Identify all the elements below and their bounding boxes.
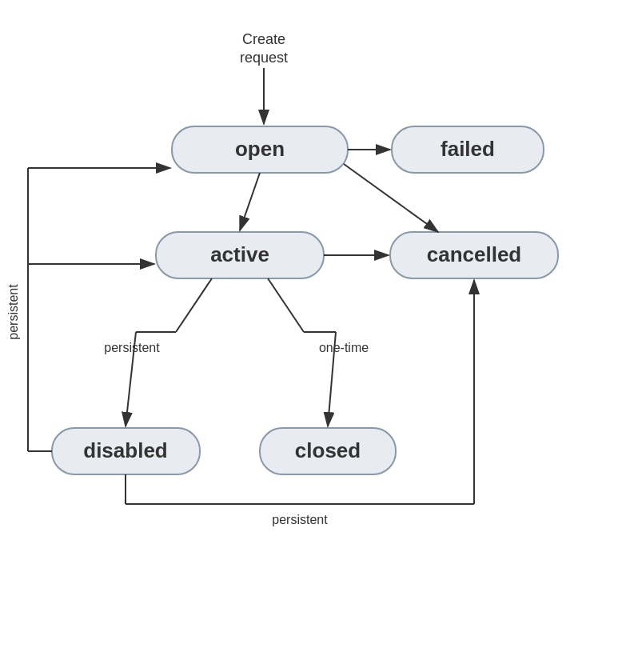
persistent-active-label: persistent bbox=[104, 341, 160, 354]
state-cancelled-label: cancelled bbox=[427, 242, 522, 266]
fork-left bbox=[176, 278, 212, 332]
fork-right bbox=[268, 278, 304, 332]
state-closed-label: closed bbox=[295, 438, 361, 462]
arrow-open-to-active bbox=[240, 173, 260, 230]
state-failed-label: failed bbox=[441, 137, 495, 161]
persistent-left-label: persistent bbox=[6, 284, 20, 340]
arrow-open-to-cancelled bbox=[344, 164, 438, 232]
state-active-label: active bbox=[210, 242, 269, 266]
create-request-label2: request bbox=[240, 50, 288, 66]
state-disabled-label: disabled bbox=[83, 438, 167, 462]
persistent-bottom-label: persistent bbox=[272, 513, 328, 526]
create-request-label: Create bbox=[242, 31, 285, 47]
state-open-label: open bbox=[235, 137, 285, 161]
one-time-label: one-time bbox=[319, 341, 369, 354]
